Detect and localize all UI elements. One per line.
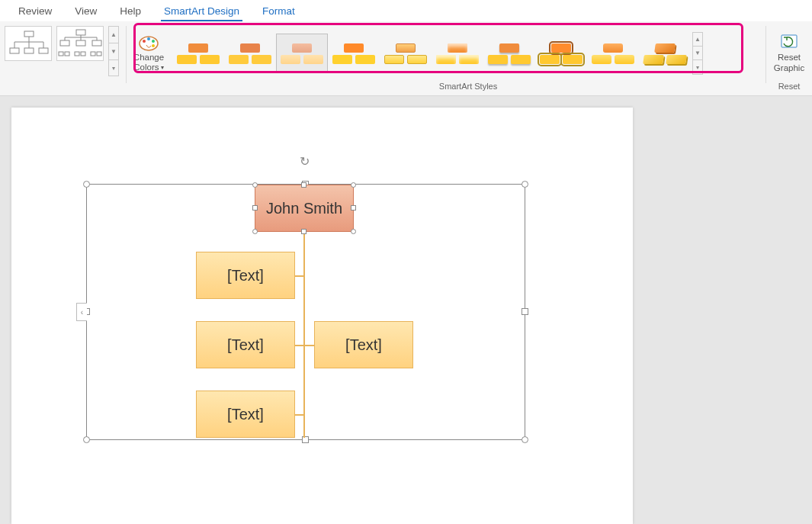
style-thumb-9[interactable] <box>587 34 639 73</box>
connector <box>303 232 305 438</box>
reset-group-label: Reset <box>766 82 812 95</box>
scroll-down-icon[interactable]: ▼ <box>109 43 118 60</box>
style-thumb-8[interactable] <box>535 34 587 73</box>
document-area: ↻ ‹ John Smith <box>0 96 812 524</box>
node-handle[interactable] <box>351 229 356 234</box>
layouts-scrollbar[interactable]: ▲ ▼ ▾ <box>108 26 119 76</box>
svg-rect-15 <box>75 52 79 56</box>
style-thumb-3-selected[interactable] <box>276 34 328 73</box>
smartart-node[interactable]: [Text] <box>314 321 413 368</box>
svg-point-28 <box>152 44 155 47</box>
selection-handle[interactable] <box>522 308 528 315</box>
svg-rect-14 <box>65 52 69 56</box>
smartart-frame[interactable]: ↻ ‹ John Smith <box>86 184 525 440</box>
node-handle[interactable] <box>351 182 356 188</box>
style-thumb-10[interactable] <box>639 34 691 73</box>
style-thumb-6[interactable] <box>432 34 483 73</box>
styles-scrollbar[interactable]: ▲ ▼ ▾ <box>692 32 703 75</box>
scroll-more-icon[interactable]: ▾ <box>693 60 702 74</box>
smartart-styles-group: ▲ ▼ ▾ SmartArt Styles <box>171 21 765 95</box>
tab-view[interactable]: View <box>72 2 100 21</box>
svg-rect-18 <box>97 52 101 56</box>
reset-label-2: Graphic <box>774 63 804 73</box>
rotate-handle-icon[interactable]: ↻ <box>300 154 310 169</box>
svg-point-25 <box>143 40 146 43</box>
change-colors-label-2: Colors <box>133 63 159 72</box>
svg-rect-11 <box>76 40 85 46</box>
change-colors-label-1: Change <box>133 53 164 62</box>
ribbon-tabs: Review View Help SmartArt Design Format <box>0 0 812 21</box>
node-text: [Text] <box>227 336 264 354</box>
scroll-up-icon[interactable]: ▲ <box>693 33 702 47</box>
layout-thumb-2[interactable] <box>56 26 104 61</box>
selection-handle[interactable] <box>83 436 90 443</box>
selection-handle[interactable] <box>522 181 528 188</box>
style-thumb-7[interactable] <box>483 34 535 73</box>
tab-format[interactable]: Format <box>259 2 298 21</box>
connector <box>295 275 304 277</box>
svg-rect-0 <box>24 31 34 37</box>
page[interactable]: ↻ ‹ John Smith <box>11 108 633 524</box>
style-thumb-1[interactable] <box>172 34 224 73</box>
style-thumb-2[interactable] <box>224 34 276 73</box>
svg-point-26 <box>147 37 150 40</box>
text-pane-toggle[interactable]: ‹ <box>76 303 87 321</box>
layouts-group: ▲ ▼ ▾ <box>0 21 126 95</box>
smartart-node[interactable]: [Text] <box>196 321 295 368</box>
reset-icon <box>779 33 799 52</box>
reset-group: Reset Graphic Reset <box>766 21 812 95</box>
smartart-node-root[interactable]: John Smith <box>255 185 354 232</box>
svg-rect-17 <box>91 52 95 56</box>
style-thumb-4[interactable] <box>328 34 380 73</box>
reset-label-1: Reset <box>778 53 801 63</box>
node-handle[interactable] <box>301 182 307 188</box>
chevron-left-icon: ‹ <box>81 308 83 317</box>
connector <box>295 345 315 346</box>
tab-help[interactable]: Help <box>117 2 144 21</box>
selection-handle[interactable] <box>83 181 90 188</box>
chevron-down-icon: ▾ <box>159 65 163 72</box>
node-handle[interactable] <box>252 205 258 211</box>
smartart-node[interactable]: [Text] <box>196 391 295 438</box>
node-text: [Text] <box>345 336 382 354</box>
selection-handle[interactable] <box>522 436 528 443</box>
scroll-more-icon[interactable]: ▾ <box>109 60 118 76</box>
node-handle[interactable] <box>252 229 258 234</box>
styles-group-label: SmartArt Styles <box>171 82 765 95</box>
connector <box>295 414 304 416</box>
change-colors-button[interactable]: Change Colors ▾ <box>130 31 168 72</box>
svg-rect-12 <box>92 40 101 46</box>
palette-icon <box>138 34 159 51</box>
svg-rect-16 <box>81 52 85 56</box>
svg-rect-2 <box>24 48 34 53</box>
smartart-node[interactable]: [Text] <box>196 252 295 299</box>
svg-rect-1 <box>10 48 19 53</box>
layout-thumb-1[interactable] <box>5 26 52 61</box>
tab-smartart-design[interactable]: SmartArt Design <box>161 2 242 21</box>
svg-rect-3 <box>39 48 48 53</box>
tab-review[interactable]: Review <box>15 2 55 21</box>
ribbon: ▲ ▼ ▾ Change Colors ▾ <box>0 21 812 96</box>
svg-rect-9 <box>76 30 85 35</box>
style-thumb-5[interactable] <box>380 34 432 73</box>
node-handle[interactable] <box>351 205 356 211</box>
node-handle[interactable] <box>301 229 307 234</box>
scroll-down-icon[interactable]: ▼ <box>693 47 702 60</box>
svg-rect-13 <box>59 52 63 56</box>
node-handle[interactable] <box>252 182 258 188</box>
reset-graphic-button[interactable]: Reset Graphic <box>774 31 804 73</box>
node-text: [Text] <box>227 406 264 423</box>
scroll-up-icon[interactable]: ▲ <box>109 27 118 43</box>
change-colors-group: Change Colors ▾ <box>127 21 171 95</box>
node-text: John Smith <box>266 200 342 217</box>
svg-rect-10 <box>60 40 69 46</box>
node-text: [Text] <box>227 267 264 285</box>
svg-point-27 <box>152 40 155 43</box>
